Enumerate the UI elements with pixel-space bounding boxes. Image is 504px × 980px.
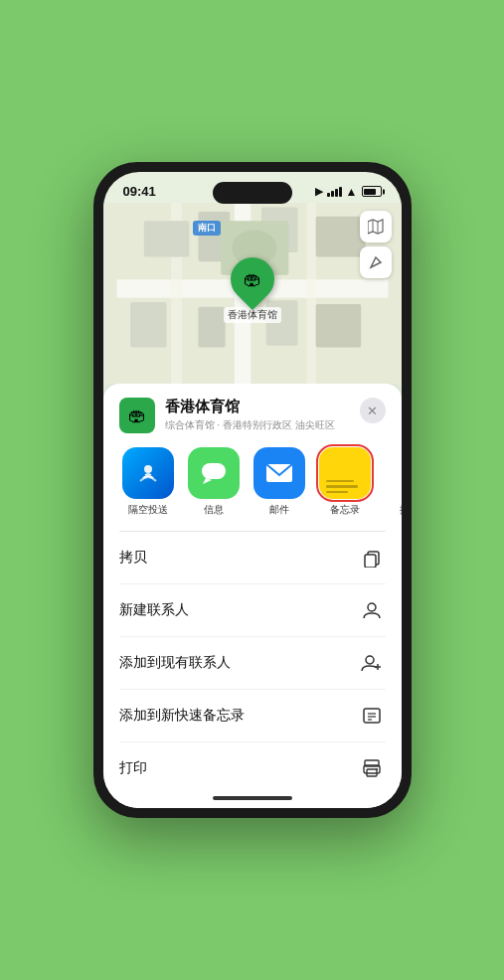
svg-marker-18: [371, 257, 381, 267]
svg-rect-8: [315, 217, 365, 257]
venue-info: 香港体育馆 综合体育馆 · 香港特别行政区 油尖旺区: [165, 398, 350, 432]
dynamic-island: [213, 182, 292, 204]
status-icons: ▶ ▲: [315, 185, 382, 199]
print-icon: [358, 754, 386, 782]
map-area[interactable]: 南口 🏟: [103, 203, 402, 384]
phone-screen: 09:41 ▶ ▲: [103, 172, 402, 808]
copy-icon: [358, 544, 386, 572]
home-indicator: [119, 788, 386, 808]
signal-bar-3: [335, 189, 338, 197]
airdrop-label: 隔空投送: [128, 503, 168, 517]
notes-label: 备忘录: [330, 503, 360, 517]
airdrop-svg: [134, 459, 162, 487]
print-svg: [362, 759, 382, 777]
venue-name: 香港体育馆: [165, 398, 350, 416]
notes-line-2: [326, 485, 358, 488]
add-notes-label: 添加到新快速备忘录: [119, 707, 245, 725]
print-label: 打印: [119, 759, 147, 777]
svg-rect-10: [198, 307, 225, 348]
notes-icon-wrap: [319, 447, 371, 499]
notes-icon: [319, 447, 371, 499]
signal-bars: [327, 187, 342, 197]
more-label: 推: [400, 503, 402, 517]
venue-header: 🏟 香港体育馆 综合体育馆 · 香港特别行政区 油尖旺区 ✕: [119, 398, 386, 433]
signal-bar-2: [331, 191, 334, 197]
new-contact-label: 新建联系人: [119, 601, 189, 619]
copy-svg: [362, 548, 382, 568]
metro-label: 南口: [193, 221, 221, 236]
close-button[interactable]: ✕: [360, 398, 386, 423]
share-item-messages[interactable]: 信息: [185, 447, 243, 517]
phone-frame: 09:41 ▶ ▲: [93, 162, 412, 818]
add-existing-svg: [361, 653, 383, 673]
signal-bar-1: [327, 193, 330, 197]
location-arrow-icon: [369, 255, 383, 269]
mail-icon: [264, 460, 294, 486]
share-item-notes[interactable]: 备忘录: [316, 447, 374, 517]
venue-pin[interactable]: 🏟 香港体育馆: [224, 257, 281, 323]
notes-line-3: [326, 491, 349, 494]
share-item-mail[interactable]: 邮件: [251, 447, 308, 517]
add-existing-label: 添加到现有联系人: [119, 654, 231, 672]
svg-point-36: [376, 768, 378, 770]
messages-icon-wrap: [188, 447, 240, 499]
svg-point-19: [144, 465, 152, 473]
venue-subtitle: 综合体育馆 · 香港特别行政区 油尖旺区: [165, 418, 350, 432]
pin-circle: 🏟: [221, 248, 282, 310]
new-contact-icon: [358, 596, 386, 624]
airdrop-icon: [122, 447, 174, 499]
action-new-contact[interactable]: 新建联系人: [119, 584, 386, 637]
location-icon: ▶: [315, 185, 323, 198]
svg-rect-4: [306, 203, 315, 384]
svg-rect-9: [130, 302, 166, 348]
svg-rect-5: [143, 221, 189, 256]
svg-point-25: [368, 603, 376, 611]
svg-marker-15: [368, 220, 383, 234]
svg-rect-12: [315, 304, 361, 348]
share-item-airdrop[interactable]: 隔空投送: [119, 447, 177, 517]
more-icon-wrap: [379, 447, 402, 499]
action-list: 拷贝 新建联系人: [119, 531, 386, 788]
add-notes-icon: [358, 702, 386, 730]
messages-label: 信息: [204, 503, 224, 517]
action-add-existing[interactable]: 添加到现有联系人: [119, 637, 386, 690]
map-icon: [368, 219, 384, 235]
airdrop-icon-wrap: [122, 447, 174, 499]
messages-icon: [199, 458, 229, 488]
action-print[interactable]: 打印: [119, 742, 386, 788]
action-add-notes[interactable]: 添加到新快速备忘录: [119, 690, 386, 742]
svg-point-26: [366, 656, 374, 664]
notes-line-1: [326, 480, 355, 483]
map-type-button[interactable]: [360, 211, 392, 243]
copy-label: 拷贝: [119, 549, 147, 567]
home-bar: [213, 796, 292, 800]
venue-icon: 🏟: [119, 398, 155, 433]
mail-label: 邮件: [269, 503, 289, 517]
svg-rect-24: [365, 555, 376, 568]
map-controls: [360, 211, 392, 278]
share-row: 隔空投送 信息: [119, 447, 386, 517]
svg-rect-29: [364, 709, 380, 723]
pin-icon: 🏟: [244, 269, 261, 290]
add-notes-svg: [362, 706, 382, 726]
mail-icon-wrap: [253, 447, 305, 499]
bottom-sheet: 🏟 香港体育馆 综合体育馆 · 香港特别行政区 油尖旺区 ✕: [103, 384, 402, 808]
new-contact-svg: [362, 600, 382, 620]
location-button[interactable]: [360, 246, 392, 278]
wifi-icon: ▲: [346, 185, 358, 199]
battery-fill: [364, 189, 376, 195]
share-item-more[interactable]: 推: [382, 447, 402, 517]
svg-rect-20: [202, 463, 226, 479]
battery-icon: [362, 186, 382, 197]
action-copy[interactable]: 拷贝: [119, 532, 386, 584]
add-existing-icon: [358, 649, 386, 677]
status-time: 09:41: [123, 184, 156, 199]
signal-bar-4: [339, 187, 342, 197]
